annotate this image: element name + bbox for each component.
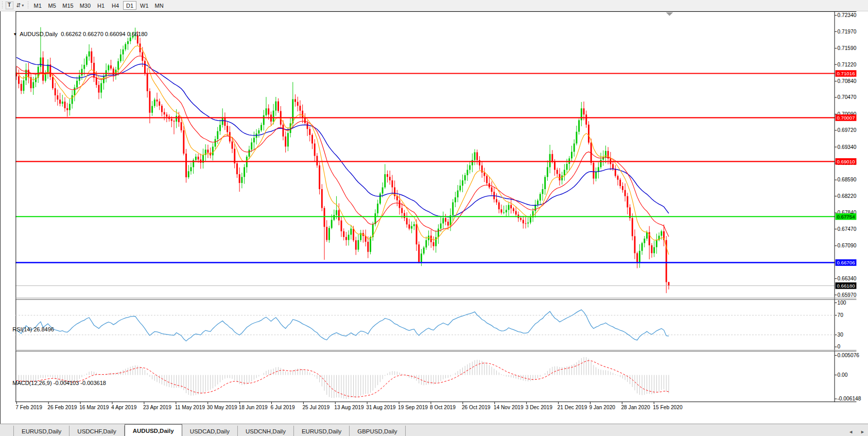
candle-body: [627, 196, 628, 208]
price-tick-label: 0.70840: [837, 78, 856, 84]
candle-body: [566, 164, 568, 170]
symbol-tabs: EURUSD,DailyUSDCHF,DailyAUDUSD,DailyUSDC…: [13, 424, 406, 436]
candle-body: [600, 160, 602, 167]
candle-body: [413, 224, 415, 226]
timeframe-button-mn[interactable]: MN: [152, 1, 166, 10]
candle-body: [523, 220, 524, 224]
arrange-windows-button[interactable]: ⇵ ▾: [14, 1, 26, 10]
candle-body: [515, 211, 517, 215]
candle-body: [154, 99, 155, 106]
candle-body: [583, 108, 585, 114]
tab-gbpusd-daily[interactable]: GBPUSD,Daily: [350, 426, 405, 436]
candle-body: [161, 106, 163, 112]
date-tick-label: 28 Jan 2020: [621, 405, 650, 410]
tab-scroll-left-icon[interactable]: ◄: [848, 429, 853, 434]
candle-body: [525, 223, 527, 224]
candle-body: [617, 176, 619, 179]
candle-body: [384, 174, 386, 188]
timeframe-button-m15[interactable]: M15: [60, 1, 76, 10]
candle-body: [358, 240, 359, 250]
candle-body: [222, 118, 223, 125]
candle-body: [588, 125, 589, 143]
candle-body: [123, 49, 124, 55]
tab-audusd-daily[interactable]: AUDUSD,Daily: [125, 424, 182, 436]
candle-body: [292, 99, 293, 123]
candle-body: [110, 65, 112, 69]
macd-pane: [16, 357, 669, 399]
symbol-dropdown-icon[interactable]: ▼: [13, 32, 17, 37]
candle-body: [355, 240, 357, 249]
tab-eurusd-daily[interactable]: EURUSD,Daily: [294, 426, 350, 436]
tab-usdchf-daily[interactable]: USDCHF,Daily: [70, 426, 124, 436]
candle-body: [520, 218, 522, 220]
candle-body: [549, 154, 551, 167]
candle-body: [25, 70, 27, 80]
date-tick-label: 14 Nov 2019: [494, 405, 524, 410]
toolbar-grip[interactable]: [2, 2, 3, 9]
candle-body: [593, 163, 594, 179]
rsi-indicator-label: RSI(14) 26.8496: [6, 320, 54, 339]
candle-body: [261, 125, 262, 130]
chevron-down-icon: ▾: [22, 3, 24, 8]
candle-body: [215, 139, 216, 147]
ma-line-fast: [16, 46, 669, 255]
candle-body: [571, 152, 572, 158]
candle-body: [304, 118, 306, 123]
candle-body: [576, 132, 577, 144]
candle-body: [157, 99, 158, 102]
rsi-current-value: 26.8496: [33, 326, 54, 332]
chart-ohlc-values: 0.66262 0.66270 0.66094 0.66180: [61, 31, 147, 37]
candle-body: [64, 102, 66, 108]
candle-body: [379, 194, 381, 204]
toolbar-grip[interactable]: [27, 2, 29, 9]
pane-borders: [15, 11, 856, 402]
candle-body: [309, 129, 310, 135]
levels-layer: [15, 74, 835, 286]
candle-body: [164, 112, 165, 114]
text-tool-icon: T: [6, 2, 13, 9]
candle-body: [57, 95, 58, 99]
candle-body: [171, 119, 172, 121]
level-badge-label: 0.66706: [837, 260, 855, 265]
candle-body: [503, 212, 505, 213]
candle-body: [500, 209, 502, 212]
tab-eurusd-daily[interactable]: EURUSD,Daily: [13, 426, 70, 436]
macd-tick-label: 0.00: [837, 372, 847, 378]
timeframe-button-m5[interactable]: M5: [45, 1, 59, 10]
level-badge-label: 0.69010: [837, 159, 855, 164]
candle-body: [382, 188, 384, 194]
price-tick-label: 0.69340: [837, 144, 856, 150]
timeframe-button-m30[interactable]: M30: [77, 1, 93, 10]
timeframe-button-w1[interactable]: W1: [137, 1, 151, 10]
tab-usdcad-daily[interactable]: USDCAD,Daily: [182, 426, 238, 436]
chart-symbol-label: AUDUSD,Daily: [20, 31, 58, 37]
candle-body: [321, 189, 323, 208]
tab-usdcnh-daily[interactable]: USDCNH,Daily: [238, 426, 294, 436]
candle-body: [496, 199, 497, 203]
timeframe-button-h4[interactable]: H4: [109, 1, 122, 10]
rsi-tick-label: 100: [837, 300, 846, 306]
candle-body: [338, 210, 340, 221]
candle-body: [646, 232, 648, 239]
timeframe-button-m1[interactable]: M1: [31, 1, 44, 10]
candle-body: [316, 156, 318, 165]
rsi-pane: 10070300: [15, 300, 846, 350]
macd-name: MACD(12,26,9): [12, 380, 51, 386]
candle-body: [585, 114, 587, 125]
rsi-tick-label: 30: [837, 332, 843, 338]
candle-body: [319, 165, 320, 189]
text-label-tool-button[interactable]: T: [5, 1, 14, 10]
candle-body: [547, 167, 548, 177]
price-chart-canvas[interactable]: 0.723400.719700.715900.712200.708400.704…: [0, 11, 868, 424]
candle-body: [622, 186, 623, 190]
candle-body: [239, 174, 240, 183]
candle-body: [644, 239, 645, 243]
level-badge-label: 0.67754: [837, 214, 855, 220]
tab-scroll-right-icon[interactable]: ►: [860, 429, 865, 434]
timeframe-button-d1[interactable]: D1: [123, 1, 136, 10]
candle-body: [62, 102, 63, 104]
arrange-icon: ⇵: [16, 2, 21, 9]
price-tick-label: 0.67090: [837, 243, 856, 248]
candle-body: [401, 208, 403, 213]
timeframe-button-h1[interactable]: H1: [94, 1, 108, 10]
